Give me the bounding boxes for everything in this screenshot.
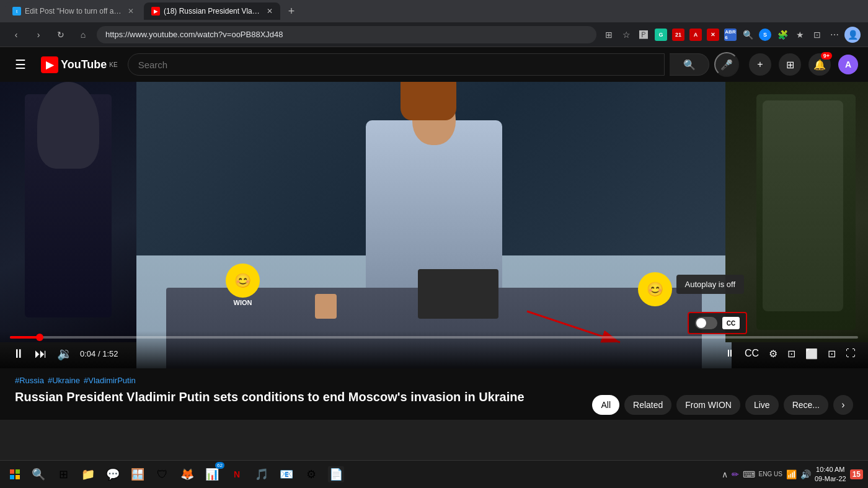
toolbar-icons: ⊞ ☆ 🅿 G 21 A ✕ ABR6 🔍 S 🧩 ★ ⊡ <box>601 27 861 43</box>
taskbar-chat[interactable]: 💬 <box>102 463 124 486</box>
ext-icon-2[interactable]: ✕ <box>706 27 720 42</box>
menu-dots-icon[interactable]: ⋯ <box>827 27 842 42</box>
bell-icon: 🔔 <box>813 59 826 71</box>
create-button[interactable]: + <box>749 53 771 76</box>
pocket-icon[interactable]: 🅿 <box>636 27 651 42</box>
youtube-logo-text: YouTube <box>61 58 107 71</box>
time-display: 0:04 / 1:52 <box>80 349 118 358</box>
refresh-button[interactable]: ↻ <box>52 26 69 43</box>
tab-label-inactive: Edit Post "How to turn off autop <box>25 7 122 16</box>
chip-recent[interactable]: Rece... <box>784 395 828 415</box>
adobe-icon[interactable]: A <box>688 27 703 42</box>
tab-active[interactable]: ▶ (18) Russian President Vlad... ✕ <box>144 2 280 20</box>
start-button[interactable] <box>5 464 25 484</box>
volume-button[interactable]: 🔉 <box>55 344 75 363</box>
hashtag-ukraine[interactable]: #Ukraine <box>48 376 80 385</box>
bookmarks-icon[interactable]: ★ <box>792 27 807 42</box>
bookmark-star-icon[interactable]: ☆ <box>619 27 634 42</box>
cast-button[interactable]: ⊡ <box>825 345 838 362</box>
taskbar-settings[interactable]: ⚙ <box>300 463 322 486</box>
taskbar-search-button[interactable]: 🔍 <box>27 463 50 486</box>
hamburger-menu-icon[interactable]: ☰ <box>10 52 31 77</box>
play-pause-button[interactable]: ⏸ <box>10 344 27 363</box>
taskbar-files-dark[interactable]: 📄 <box>325 463 347 486</box>
progress-bar[interactable] <box>10 336 858 339</box>
chip-live[interactable]: Live <box>745 395 779 415</box>
taskbar-file-explorer[interactable]: 📁 <box>77 463 99 486</box>
autoplay-toggle-knob <box>696 318 706 328</box>
apps-button[interactable]: ⊞ <box>779 53 801 76</box>
shazam-ext-icon[interactable]: S <box>758 27 773 42</box>
cc-icon-button[interactable]: CC <box>742 345 761 362</box>
grammarly-icon[interactable]: G <box>653 27 668 42</box>
wion-logo-right: 😊 <box>638 272 672 306</box>
back-button[interactable]: ‹ <box>7 26 25 43</box>
language-indicator[interactable]: ENG US <box>759 470 782 479</box>
autoplay-icon-button[interactable]: ⏸ <box>722 345 737 362</box>
browser-profile-avatar[interactable]: 👤 <box>844 27 861 43</box>
wifi-icon[interactable]: 📶 <box>786 469 797 479</box>
theater-button[interactable]: ⬜ <box>803 345 820 362</box>
mail-icon: 📧 <box>280 468 293 481</box>
taskbar-security[interactable]: 🛡 <box>151 463 174 486</box>
miniplayer-button[interactable]: ⊡ <box>785 345 798 362</box>
hashtag-russia[interactable]: #Russia <box>15 376 44 385</box>
youtube-header: ☰ ▶ YouTubeKE 🔍 🎤 + ⊞ 🔔 9+ A <box>0 47 868 82</box>
hidden-icons-button[interactable]: ∧ <box>722 469 728 479</box>
tab-close-inactive[interactable]: ✕ <box>128 7 134 16</box>
taskbar-netflix[interactable]: N <box>226 463 248 486</box>
keyboard-icon[interactable]: ⌨ <box>743 469 755 479</box>
abbr-ext-icon[interactable]: ABR6 <box>723 27 738 42</box>
settings-button[interactable]: ⚙ <box>766 345 780 362</box>
volume-tray-icon[interactable]: 🔊 <box>800 469 811 479</box>
chip-related[interactable]: Related <box>624 395 671 415</box>
taskbar-spotify[interactable]: 🎵 <box>250 463 273 486</box>
extensions-icon[interactable]: ⊞ <box>601 27 616 42</box>
autoplay-toggle[interactable] <box>695 317 717 329</box>
home-button[interactable]: ⌂ <box>74 26 92 43</box>
controls-row: ⏸ ⏭ 🔉 0:04 / 1:52 ⏸ CC ⚙ ⊡ ⬜ ⊡ ⛶ <box>10 344 858 363</box>
address-input[interactable] <box>97 26 596 43</box>
search-ext-icon[interactable]: 🔍 <box>740 27 755 42</box>
calendar-ext-icon[interactable]: 21 <box>671 27 686 42</box>
search-input[interactable] <box>128 53 665 76</box>
notification-center-icon[interactable]: 15 <box>850 469 863 479</box>
hashtags: #Russia #Ukraine #VladimirPutin <box>15 376 853 385</box>
pen-tray-icon[interactable]: ✏ <box>732 469 739 479</box>
lang-text: ENG US <box>759 470 782 479</box>
ext-icon-3[interactable]: 🧩 <box>775 27 790 42</box>
taskbar-store[interactable]: 🪟 <box>126 463 149 486</box>
chip-all[interactable]: All <box>592 395 619 415</box>
tab-close-active[interactable]: ✕ <box>267 7 273 16</box>
new-tab-button[interactable]: + <box>283 2 300 20</box>
next-button[interactable]: ⏭ <box>32 344 50 363</box>
taskbar-edge[interactable]: 🦊 <box>176 463 198 486</box>
apps-icon: ⊞ <box>786 59 794 71</box>
taskbar-mail[interactable]: 📧 <box>275 463 298 486</box>
hashtag-vladimirputin[interactable]: #VladimirPutin <box>84 376 136 385</box>
windows-logo-icon <box>10 469 20 479</box>
taskbar-badge-app[interactable]: 📊 62 <box>201 463 223 486</box>
search-bar: 🔍 🎤 <box>128 52 739 77</box>
clock-date: 09-Mar-22 <box>815 474 846 484</box>
progress-fill <box>10 336 40 339</box>
edge-icon: 🦊 <box>180 468 194 481</box>
task-view-button[interactable]: ⊞ <box>52 463 74 486</box>
cc-button[interactable]: CC <box>722 317 740 329</box>
voice-search-button[interactable]: 🎤 <box>714 52 739 77</box>
user-avatar[interactable]: A <box>838 55 858 74</box>
tab-bar: t Edit Post "How to turn off autop ✕ ▶ (… <box>0 0 868 22</box>
search-button[interactable]: 🔍 <box>670 53 709 76</box>
forward-button[interactable]: › <box>30 26 47 43</box>
fullscreen-button[interactable]: ⛶ <box>843 345 858 362</box>
chips-more-button[interactable]: › <box>833 395 853 415</box>
tab-label-active: (18) Russian President Vlad... <box>164 7 260 16</box>
tab-inactive[interactable]: t Edit Post "How to turn off autop ✕ <box>5 2 141 20</box>
youtube-logo[interactable]: ▶ YouTubeKE <box>41 56 118 73</box>
notifications-button[interactable]: 🔔 9+ <box>808 53 831 76</box>
clock-area[interactable]: 10:40 AM 09-Mar-22 <box>815 465 846 484</box>
chip-from-wion[interactable]: From WION <box>676 395 740 415</box>
chat-icon: 💬 <box>106 468 120 481</box>
video-container[interactable]: 😊 WION 😊 Autoplay <box>0 82 868 368</box>
screenshot-icon[interactable]: ⊡ <box>810 27 825 42</box>
